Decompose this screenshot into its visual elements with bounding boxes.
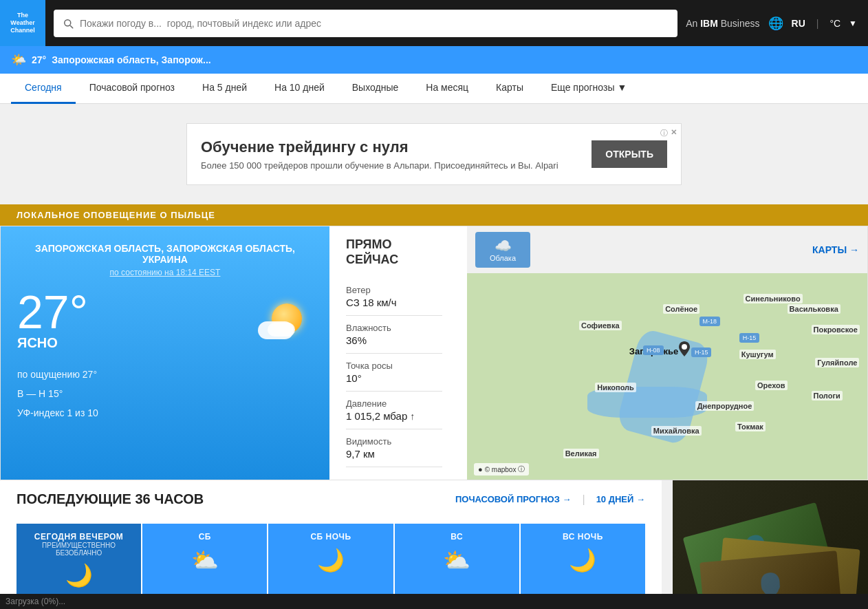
- map-city-nikopol: Никополь: [595, 383, 636, 392]
- forecast-col-4: ВС НОЧЬ 🌙: [521, 524, 645, 599]
- map-badge-h15b: Н-15: [739, 333, 760, 343]
- forecast-col-1: СБ ⛅: [142, 524, 267, 599]
- map-info-icon[interactable]: ⓘ: [518, 464, 525, 474]
- maps-link[interactable]: КАРТЫ →: [812, 244, 859, 255]
- ad-content: Обучение трейдингу с нуля Более 150 000 …: [201, 138, 592, 171]
- status-text: Загрузка (0%)...: [6, 597, 65, 606]
- navigation: Сегодня Почасовой прогноз На 5 дней На 1…: [0, 74, 868, 104]
- dewpoint-value: 10°: [346, 372, 442, 384]
- map-pin: [679, 341, 690, 359]
- bottom-section: ПОСЛЕДУЮЩИЕ 36 ЧАСОВ ПОЧАСОВОЙ ПРОГНОЗ →…: [0, 480, 868, 609]
- map-header: ☁️ Облака КАРТЫ →: [467, 226, 867, 273]
- feels-like: по ощущению 27°: [17, 365, 313, 384]
- search-input[interactable]: [80, 18, 669, 29]
- map-city-mikhailovka: Михайловка: [651, 426, 702, 436]
- map-city-kushugum: Кушугум: [739, 350, 776, 359]
- unit-dropdown-icon[interactable]: ▼: [849, 19, 857, 28]
- ad-label: ⓘ ✕: [660, 128, 677, 138]
- weather-icon: [258, 301, 313, 345]
- nav-item-10day[interactable]: На 10 дней: [261, 74, 338, 104]
- ad-banner: ⓘ ✕ Обучение трейдингу с нуля Более 150 …: [186, 123, 682, 185]
- map-badge-h15a: Н-15: [691, 348, 712, 357]
- uv-index: УФ-индекс 1 из 10: [17, 403, 313, 423]
- weather-stats-list: Ветер СЗ 18 км/ч Влажность 36% Точка рос…: [346, 278, 442, 467]
- map-city-sofiivka: Софиевка: [579, 321, 622, 330]
- nav-item-maps[interactable]: Карты: [482, 74, 537, 104]
- map-badge-m18: М-18: [699, 317, 721, 326]
- pressure-label: Давление: [346, 398, 442, 409]
- pollen-alert: ЛОКАЛЬНОЕ ОПОВЕЩЕНИЕ О ПЫЛЬЦЕ: [0, 204, 868, 226]
- forecast-icon-0: 🌙: [22, 562, 135, 588]
- ad-info-icon[interactable]: ⓘ: [660, 128, 668, 138]
- forecast-label-3: ВС: [400, 532, 514, 542]
- tenday-forecast-link[interactable]: 10 ДНЕЙ →: [596, 493, 645, 506]
- right-ad: ⓘ ✕ 👤 👤 👤: [662, 480, 868, 609]
- dewpoint-stat: Точка росы 10°: [346, 354, 442, 392]
- map-container[interactable]: Синельниково Солёное Васильковка Покровс…: [467, 273, 867, 480]
- forecast-label-0: СЕГОДНЯ ВЕЧЕРОМ: [22, 532, 135, 542]
- map-city-dneprorudnoe: Днепрорудное: [695, 401, 755, 411]
- nav-item-hourly[interactable]: Почасовой прогноз: [76, 74, 188, 104]
- forecast-label-1: СБ: [148, 532, 261, 542]
- forecast-icon-1: ⛅: [148, 547, 261, 573]
- logo-text: The Weather Channel: [10, 12, 35, 34]
- map-badge-h08: Н-08: [643, 345, 664, 355]
- unit-selector[interactable]: °C: [829, 18, 840, 29]
- header: The Weather Channel An IBM Business 🌐 RU…: [0, 0, 868, 46]
- nav-item-weekend[interactable]: Выходные: [338, 74, 412, 104]
- humidity-stat: Влажность 36%: [346, 316, 442, 354]
- logo[interactable]: The Weather Channel: [0, 0, 45, 46]
- nav-item-today[interactable]: Сегодня: [11, 74, 76, 104]
- pressure-trend-icon: ↑: [410, 411, 415, 422]
- ad-title: Обучение трейдингу с нуля: [201, 138, 592, 156]
- map-background: Синельниково Солёное Васильковка Покровс…: [467, 273, 867, 480]
- dewpoint-label: Точка росы: [346, 361, 442, 371]
- ibm-text: An IBM Business: [686, 18, 759, 29]
- search-icon: [62, 17, 74, 30]
- map-city-pologi: Пологи: [812, 391, 843, 400]
- pressure-stat: Давление 1 015,2 мбар ↑: [346, 392, 442, 429]
- ad-button[interactable]: ОТКРЫТЬ: [592, 140, 667, 168]
- wind-label: Ветер: [346, 285, 442, 295]
- weather-stats-panel: ПРЯМО СЕЙЧАС Ветер СЗ 18 км/ч Влажность …: [329, 226, 467, 480]
- forecast-icon-2: 🌙: [274, 547, 387, 573]
- weather-status-icon: 🌤️: [11, 52, 26, 67]
- map-city-pokrovskoe: Покровское: [812, 325, 860, 334]
- search-bar[interactable]: [54, 10, 677, 37]
- right-ad-image: ⓘ ✕ 👤 👤 👤: [673, 480, 868, 609]
- map-layer-tag[interactable]: ☁️ Облака: [475, 232, 530, 268]
- nav-item-more[interactable]: Еще прогнозы ▼: [537, 74, 640, 104]
- map-city-tokmak: Токмак: [735, 422, 766, 431]
- forecast-icon-4: 🌙: [526, 547, 640, 573]
- weather-left: ЗАПОРОЖСКАЯ ОБЛАСТЬ, ЗАПОРОЖСКАЯ ОБЛАСТЬ…: [1, 226, 329, 480]
- nav-item-month[interactable]: На месяц: [412, 74, 482, 104]
- ad-close-icon[interactable]: ✕: [671, 128, 677, 138]
- svg-point-0: [682, 344, 687, 350]
- weather-card: ЗАПОРОЖСКАЯ ОБЛАСТЬ, ЗАПОРОЖСКАЯ ОБЛАСТЬ…: [0, 226, 868, 480]
- language-selector[interactable]: RU: [792, 18, 805, 29]
- forecast-sublabel-0: ПРЕИМУЩЕСТВЕННО БЕЗОБЛАЧНО: [22, 542, 135, 557]
- weather-current: 27° ЯСНО: [17, 288, 313, 356]
- humidity-value: 36%: [346, 334, 442, 346]
- forecast-col-0: СЕГОДНЯ ВЕЧЕРОМ ПРЕИМУЩЕСТВЕННО БЕЗОБЛАЧ…: [17, 524, 141, 599]
- status-bar: Загрузка (0%)...: [0, 594, 868, 609]
- location-name[interactable]: Запорожская область, Запорож...: [52, 54, 211, 65]
- nav-item-5day[interactable]: На 5 дней: [188, 74, 261, 104]
- wind-value: СЗ 18 км/ч: [346, 297, 442, 308]
- humidity-label: Влажность: [346, 323, 442, 333]
- temperature-display: 27°: [17, 288, 88, 335]
- map-city-solenoe: Солёное: [663, 304, 699, 314]
- forecast-label-2: СБ НОЧЬ: [274, 532, 387, 542]
- wind-stat: Ветер СЗ 18 км/ч: [346, 278, 442, 316]
- bills-art: 👤 👤 👤: [673, 480, 868, 609]
- forecast-col-3: ВС ⛅: [395, 524, 519, 599]
- forecast-grid: СЕГОДНЯ ВЕЧЕРОМ ПРЕИМУЩЕСТВЕННО БЕЗОБЛАЧ…: [17, 524, 645, 599]
- map-city-gulyaipole: Гуляйполе: [815, 358, 859, 367]
- weather-location-name: ЗАПОРОЖСКАЯ ОБЛАСТЬ, ЗАПОРОЖСКАЯ ОБЛАСТЬ…: [17, 243, 313, 265]
- visibility-value: 9,7 км: [346, 448, 442, 460]
- forecast-col-2: СБ НОЧЬ 🌙: [268, 524, 393, 599]
- map-section: ☁️ Облака КАРТЫ → Синельниково Солёное В…: [467, 226, 867, 480]
- header-right: An IBM Business 🌐 RU | °C ▼: [686, 16, 857, 31]
- hourly-forecast-link[interactable]: ПОЧАСОВОЙ ПРОГНОЗ →: [455, 493, 572, 506]
- divider: |: [816, 18, 819, 29]
